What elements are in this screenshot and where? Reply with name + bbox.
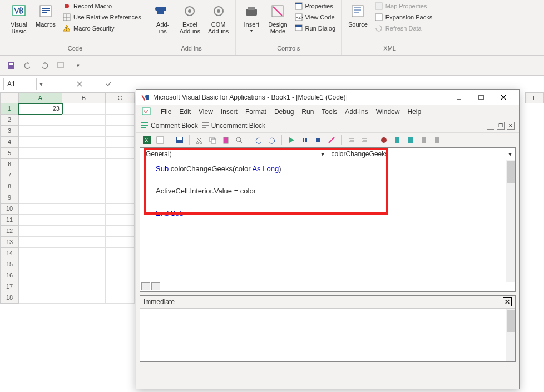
menu-edit[interactable]: Edit: [179, 108, 191, 116]
cell[interactable]: [19, 292, 62, 304]
row-header[interactable]: 17: [0, 281, 19, 292]
vba-titlebar[interactable]: Microsoft Visual Basic for Applications …: [136, 90, 519, 105]
cell[interactable]: [106, 181, 135, 192]
find-button[interactable]: [234, 135, 244, 145]
run-dialog-button[interactable]: Run Dialog: [293, 23, 337, 33]
minimize-button[interactable]: [448, 90, 470, 105]
code-editor[interactable]: Sub colorChangeGeeks(color As Long) Acti…: [140, 160, 515, 222]
view-excel-button[interactable]: X: [142, 135, 152, 145]
cell[interactable]: [62, 159, 106, 170]
prev-bookmark-button[interactable]: [419, 135, 429, 145]
cell[interactable]: [19, 170, 62, 181]
cell[interactable]: [62, 259, 106, 270]
row-header[interactable]: 1: [0, 103, 19, 115]
cell[interactable]: [19, 115, 62, 126]
cell[interactable]: [62, 148, 106, 159]
cell[interactable]: [19, 215, 62, 226]
cell[interactable]: [19, 181, 62, 192]
cell[interactable]: [62, 103, 106, 115]
cell[interactable]: [106, 237, 135, 248]
cell[interactable]: [19, 226, 62, 237]
clear-bookmarks-button[interactable]: [432, 135, 442, 145]
menu-debug[interactable]: Debug: [274, 108, 294, 116]
col-header-b[interactable]: B: [62, 92, 106, 103]
name-box-dropdown[interactable]: ▾: [37, 80, 46, 88]
reset-button[interactable]: [313, 135, 323, 145]
copy-button[interactable]: [207, 135, 217, 145]
cell[interactable]: [62, 270, 106, 281]
menu-window[interactable]: Window: [376, 108, 400, 116]
row-header[interactable]: 18: [0, 292, 19, 304]
row-header[interactable]: 2: [0, 115, 19, 126]
cell[interactable]: [106, 204, 135, 215]
cell[interactable]: [62, 204, 106, 215]
object-dropdown[interactable]: (General)▾: [140, 148, 328, 160]
map-properties-button[interactable]: Map Properties: [373, 1, 433, 11]
cancel-button[interactable]: [73, 78, 86, 90]
row-header[interactable]: 3: [0, 126, 19, 137]
procedure-view-button[interactable]: [141, 282, 150, 290]
cell[interactable]: [106, 215, 135, 226]
row-header[interactable]: 9: [0, 192, 19, 204]
view-code-button[interactable]: </>View Code: [293, 12, 337, 22]
menu-addins[interactable]: Add-Ins: [345, 108, 368, 116]
uncomment-block-button[interactable]: Uncomment Block: [201, 121, 265, 130]
cell[interactable]: [62, 115, 106, 126]
immediate-close-button[interactable]: ✕: [503, 297, 512, 306]
outdent-button[interactable]: [359, 135, 369, 145]
design-mode-button[interactable]: Design Mode: [266, 1, 289, 36]
cell[interactable]: [62, 170, 106, 181]
code-vscrollbar[interactable]: [506, 160, 515, 282]
paste-button[interactable]: [221, 135, 231, 145]
cell[interactable]: [106, 281, 135, 292]
cell[interactable]: [106, 103, 135, 115]
cell[interactable]: [19, 248, 62, 259]
qat-customize-button[interactable]: ▾: [72, 60, 83, 71]
row-header[interactable]: 5: [0, 148, 19, 159]
select-all-corner[interactable]: [0, 92, 19, 103]
cell[interactable]: [106, 270, 135, 281]
menu-file[interactable]: File: [161, 108, 171, 116]
excel-addins-button[interactable]: Excel Add-ins: [177, 1, 202, 36]
mdi-minimize-button[interactable]: –: [487, 122, 494, 130]
cell[interactable]: [62, 137, 106, 148]
cell[interactable]: [62, 292, 106, 304]
cell[interactable]: [19, 270, 62, 281]
qat-more-button[interactable]: [56, 60, 67, 71]
redo-vba-button[interactable]: [267, 135, 277, 145]
cell[interactable]: [62, 226, 106, 237]
macros-button[interactable]: Macros: [33, 1, 58, 29]
cell[interactable]: [106, 259, 135, 270]
mdi-close-button[interactable]: ✕: [507, 122, 515, 130]
cell[interactable]: [19, 281, 62, 292]
menu-run[interactable]: Run: [301, 108, 314, 116]
addins-button[interactable]: Add- ins: [152, 1, 174, 36]
source-button[interactable]: Source: [346, 1, 370, 29]
design-button[interactable]: [327, 135, 337, 145]
cell[interactable]: [19, 259, 62, 270]
cell[interactable]: 23: [19, 103, 62, 115]
cell[interactable]: [19, 192, 62, 204]
cell[interactable]: [106, 170, 135, 181]
enter-button[interactable]: [102, 78, 115, 90]
menu-view[interactable]: View: [199, 108, 213, 116]
row-header[interactable]: 6: [0, 159, 19, 170]
row-header[interactable]: 7: [0, 170, 19, 181]
row-header[interactable]: 10: [0, 204, 19, 215]
visual-basic-button[interactable]: Visual Basic: [8, 1, 30, 36]
bookmark-button[interactable]: [392, 135, 402, 145]
full-module-view-button[interactable]: [151, 282, 160, 290]
cell[interactable]: [106, 292, 135, 304]
redo-button[interactable]: [39, 60, 50, 71]
cell[interactable]: [106, 226, 135, 237]
break-button[interactable]: [300, 135, 310, 145]
cell[interactable]: [62, 181, 106, 192]
save-vba-button[interactable]: [175, 135, 185, 145]
cell[interactable]: [19, 126, 62, 137]
cell[interactable]: [106, 148, 135, 159]
run-button[interactable]: [286, 135, 296, 145]
name-box[interactable]: A1: [3, 78, 37, 90]
cell[interactable]: [19, 148, 62, 159]
macro-security-button[interactable]: !Macro Security: [61, 23, 142, 33]
mdi-restore-button[interactable]: ❐: [497, 122, 505, 130]
